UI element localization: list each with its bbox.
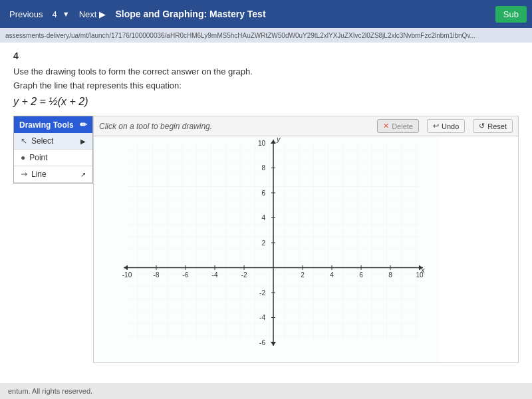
undo-button[interactable]: ↩ Undo <box>427 119 465 133</box>
page-number: 4 <box>53 9 57 19</box>
submit-button[interactable]: Sub <box>495 6 527 23</box>
main-content: 4 Use the drawing tools to form the corr… <box>0 43 532 383</box>
toolbar-hint: Click on a tool to begin drawing. <box>99 122 369 131</box>
svg-text:-6: -6 <box>259 339 265 346</box>
select-tool[interactable]: ↖ Select ▶ <box>14 133 92 150</box>
select-icon: ↖ <box>21 136 27 146</box>
svg-text:-10: -10 <box>122 271 132 279</box>
delete-label: Delete <box>392 122 413 130</box>
svg-text:8: 8 <box>261 164 265 172</box>
next-arrow-icon: ▶ <box>99 9 106 19</box>
chevron-down-icon: ▼ <box>63 10 70 18</box>
select-label: Select <box>31 136 53 146</box>
reset-button[interactable]: ↺ Reset <box>473 119 513 133</box>
next-label: Next <box>79 9 97 19</box>
select-arrow-icon: ▶ <box>80 138 86 145</box>
top-navigation: Previous 4 ▼ Next ▶ Slope and Graphing: … <box>0 0 532 28</box>
page-title: Slope and Graphing: Mastery Test <box>115 9 489 19</box>
line-label: Line <box>31 170 47 179</box>
drawing-tools-label: Drawing Tools <box>19 120 74 130</box>
question-number: 4 <box>13 51 519 61</box>
svg-text:-6: -6 <box>183 271 189 279</box>
undo-label: Undo <box>442 122 459 130</box>
delete-button[interactable]: ✕ Delete <box>377 119 419 133</box>
line-tool[interactable]: ↗ Line ↗ <box>14 166 92 183</box>
drawing-tools-header: Drawing Tools ✏ <box>14 116 92 133</box>
svg-text:-2: -2 <box>259 289 265 297</box>
svg-text:4: 4 <box>261 214 265 221</box>
svg-text:-8: -8 <box>154 271 160 279</box>
svg-text:2: 2 <box>261 239 265 247</box>
svg-text:-4: -4 <box>259 314 265 321</box>
equation: y + 2 = ½(x + 2) <box>13 96 519 108</box>
svg-text:10: 10 <box>258 140 266 147</box>
submit-label: Sub <box>503 9 519 19</box>
svg-text:6: 6 <box>261 190 265 197</box>
reset-icon: ↺ <box>479 122 485 130</box>
svg-text:4: 4 <box>330 271 334 279</box>
next-button[interactable]: Next ▶ <box>75 7 110 22</box>
question-prompt: Graph the line that represents this equa… <box>13 80 519 90</box>
delete-x-icon: ✕ <box>383 122 389 130</box>
graph-svg-wrapper[interactable]: -10 -8 -6 -4 -2 2 4 6 8 10 <box>93 136 519 363</box>
svg-text:2: 2 <box>301 271 305 279</box>
url-bar: assessments-delivery/ua/mt/launch/17176/… <box>0 28 532 43</box>
graph-toolbar: Click on a tool to begin drawing. ✕ Dele… <box>93 116 519 136</box>
svg-text:8: 8 <box>388 271 392 279</box>
svg-text:-2: -2 <box>241 271 247 279</box>
svg-text:6: 6 <box>359 271 363 279</box>
previous-label: Previous <box>9 9 43 19</box>
question-instruction: Use the drawing tools to form the correc… <box>13 66 519 76</box>
drawing-tools-panel: Drawing Tools ✏ ↖ Select ▶ ● Point ↗ Lin… <box>13 116 93 184</box>
previous-button[interactable]: Previous <box>5 7 47 22</box>
graph-container: Drawing Tools ✏ ↖ Select ▶ ● Point ↗ Lin… <box>13 116 519 363</box>
point-icon: ● <box>21 153 25 162</box>
undo-icon: ↩ <box>433 122 439 130</box>
reset-label: Reset <box>487 122 507 130</box>
svg-text:y: y <box>276 136 281 143</box>
svg-text:-4: -4 <box>212 271 218 279</box>
footer-text: entum. All rights reserved. <box>8 387 92 395</box>
point-label: Point <box>29 153 47 162</box>
line-arrow-icon: ↗ <box>80 171 86 178</box>
point-tool[interactable]: ● Point <box>14 150 92 166</box>
footer: entum. All rights reserved. <box>0 383 532 399</box>
line-icon: ↗ <box>19 169 30 180</box>
svg-text:x: x <box>420 266 425 274</box>
graph-area: Click on a tool to begin drawing. ✕ Dele… <box>93 116 519 363</box>
graph-svg[interactable]: -10 -8 -6 -4 -2 2 4 6 8 10 <box>94 136 440 362</box>
pencil-icon: ✏ <box>80 120 87 130</box>
url-text: assessments-delivery/ua/mt/launch/17176/… <box>5 32 475 39</box>
